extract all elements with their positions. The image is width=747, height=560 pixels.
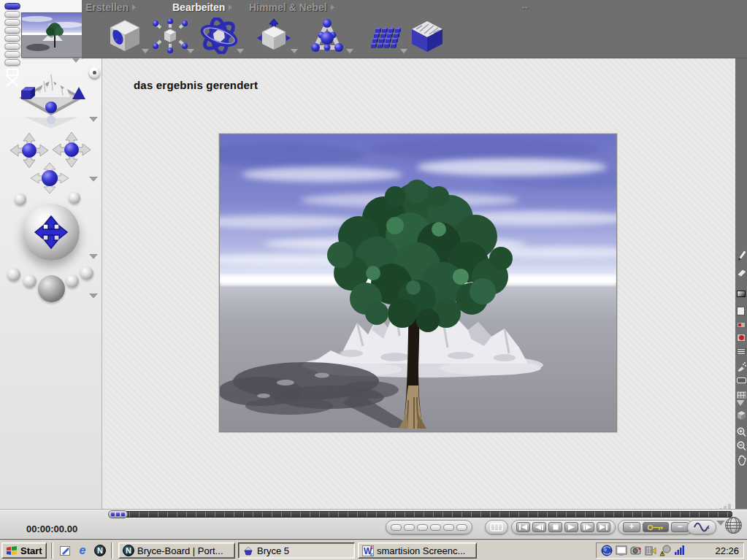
pan-pad-down[interactable] [30,162,69,194]
preview-mode-pill[interactable] [391,524,402,531]
page-icon[interactable] [737,307,745,315]
display-settings-icon[interactable] [616,545,627,556]
zoom-in-icon[interactable] [737,427,746,437]
audio-mixer-icon[interactable] [645,545,656,556]
toolbar-dropdown-icon[interactable] [237,49,244,53]
remove-keyframe-button[interactable]: − [671,522,689,532]
edit-texture-cube-icon[interactable] [107,18,143,54]
netscape-quicklaunch-icon[interactable]: N [93,544,107,557]
add-keyframe-button[interactable]: + [623,522,640,532]
toolbar-dropdown-icon[interactable] [291,49,298,53]
render-dot-icon[interactable] [737,334,746,342]
internet-explorer-icon[interactable]: e [76,544,89,557]
motion-lab-button[interactable] [687,520,716,534]
toolbar-dropdown-icon[interactable] [346,49,353,53]
view-preset-sphere[interactable] [80,266,93,280]
link-objects-icon[interactable] [307,18,348,54]
toolbar-dropdown-icon[interactable] [400,49,407,53]
ie-glyph: e [80,544,86,557]
toolbar-dropdown-icon[interactable] [142,49,149,53]
preview-dropdown-icon[interactable] [72,58,80,63]
preview-mode-pills [386,520,472,534]
render-dot-small-icon[interactable] [737,322,746,328]
task-bryce5[interactable]: Bryce 5 [238,542,355,559]
task-bryce-board[interactable]: N Bryce-Board | Port... [118,542,235,559]
step-back-button[interactable] [532,522,546,532]
network-signal-icon[interactable] [674,545,686,556]
nano-preview-scene-icon [22,13,82,57]
timeline-scrubber[interactable] [108,510,128,518]
cube-icon[interactable] [737,410,746,420]
tab-himmel-nebel[interactable]: Himmel & Nebel [249,1,334,13]
pan-corner-sphere[interactable] [15,193,26,205]
camera-indicator-dot[interactable] [89,67,100,78]
task-smartision[interactable]: W s c smartision Screenc... [358,542,477,559]
globe-options-icon[interactable] [724,516,743,534]
expand-arrows-icon[interactable]: ↔ [520,1,529,12]
film-preview-button[interactable] [485,520,508,534]
edit-materials-icon[interactable] [199,18,240,54]
windows-logo-icon [6,545,18,556]
scheduler-globe-icon[interactable] [601,545,613,556]
screen-capture-icon[interactable] [630,545,642,556]
system-alert-icon[interactable] [659,545,671,556]
go-start-button[interactable] [516,522,530,532]
work-canvas[interactable]: das ergebnis gerendert [102,58,735,509]
toolbar-dropdown-icon[interactable] [187,49,194,53]
preset-pill[interactable] [4,11,20,18]
taskbar-clock[interactable]: 22:26 [715,545,739,556]
view-preset-sphere[interactable] [7,268,20,281]
scene-preview-dropdown-icon[interactable] [89,117,98,122]
pencil-icon[interactable] [737,250,746,261]
go-end-button[interactable] [597,522,610,532]
multi-replicate-icon[interactable] [152,18,188,54]
show-desktop-icon[interactable] [58,544,72,557]
pan-corner-sphere[interactable] [69,192,80,204]
transport-controls [511,520,616,534]
stop-button[interactable] [548,522,562,532]
play-button[interactable] [564,522,578,532]
grid-dropdown-icon[interactable] [737,400,744,405]
preview-mode-pill[interactable] [456,524,467,531]
scene-preview-control[interactable] [16,63,86,130]
view-preset-sphere[interactable] [66,275,79,288]
camera-trackball[interactable] [23,204,80,261]
terrain-cube-icon[interactable] [409,18,445,54]
zoom-out-icon[interactable] [737,441,746,451]
keyframe-key-button[interactable] [643,522,669,532]
pan-hand-icon[interactable] [737,455,747,466]
netscape-task-icon: N [123,545,134,556]
marquee-icon[interactable] [737,377,746,383]
resize-object-icon[interactable] [256,18,292,54]
view-preset-sphere[interactable] [23,275,37,288]
grid-icon[interactable] [737,391,746,399]
preset-pill[interactable] [4,19,20,26]
terrain-grid-icon[interactable] [365,18,402,54]
preset-pill[interactable] [4,35,20,42]
airbrush-icon[interactable] [737,362,746,372]
view-preset-sphere-main[interactable] [38,275,65,302]
trackball-dropdown-icon[interactable] [89,254,98,259]
gradient-icon[interactable] [737,291,746,297]
preview-mode-pill[interactable] [430,524,441,531]
step-forward-button[interactable] [581,522,594,532]
tab-erstellen[interactable]: Erstellen [85,1,136,13]
preview-mode-pill[interactable] [443,524,454,531]
film-frame-icon [490,523,503,532]
start-button[interactable]: Start [1,542,47,559]
preview-mode-pill[interactable] [417,524,428,531]
nano-preview-thumbnail[interactable] [21,12,83,58]
tab-bearbeiten[interactable]: Bearbeiten [172,1,232,13]
sidebar-controls [0,0,102,509]
preset-pill[interactable] [4,51,20,58]
preview-mode-pill[interactable] [404,524,415,531]
preset-pill[interactable] [4,27,20,34]
preset-pill[interactable] [4,43,20,50]
task-label: smartision Screenc... [377,545,465,556]
timeline-track[interactable] [110,511,732,518]
scanlines-icon[interactable] [737,348,746,355]
eraser-icon[interactable] [737,269,746,277]
view-preset-dropdown-icon[interactable] [89,294,98,299]
pan-dropdown-icon[interactable] [89,177,98,182]
preset-pill-active[interactable] [4,3,20,9]
